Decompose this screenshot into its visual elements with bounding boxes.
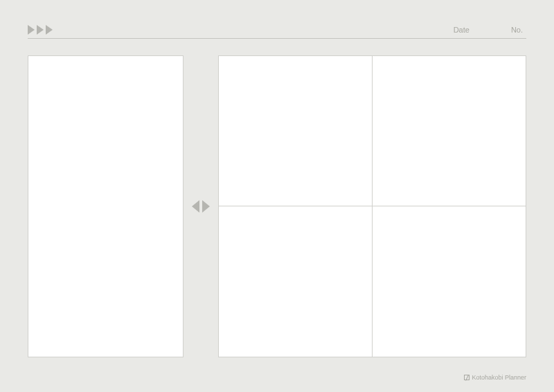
grid-cell	[373, 56, 526, 206]
middle-arrows-icon	[184, 200, 218, 213]
grid-cell	[373, 206, 526, 357]
right-quadrant-grid	[218, 55, 526, 357]
date-field: Date	[454, 26, 470, 34]
left-note-box	[28, 55, 184, 357]
arrow-right-icon	[202, 200, 210, 213]
brand-icon	[464, 375, 470, 380]
arrow-left-icon	[192, 200, 199, 213]
grid-cell	[219, 56, 373, 206]
triangle-right-icon	[37, 25, 44, 35]
no-label: No.	[511, 26, 523, 34]
brand-label: Kotohakobi Planner	[472, 374, 526, 381]
triangle-right-icon	[46, 25, 53, 35]
triangle-right-icon	[28, 25, 35, 35]
date-label: Date	[454, 26, 470, 34]
grid-cell	[219, 206, 373, 357]
page-header: Date No.	[28, 21, 526, 39]
footer-brand: Kotohakobi Planner	[464, 374, 526, 381]
content-area	[28, 55, 526, 357]
no-field: No.	[511, 26, 523, 34]
header-fields: Date No.	[454, 26, 526, 34]
header-triangles-icon	[28, 25, 53, 35]
